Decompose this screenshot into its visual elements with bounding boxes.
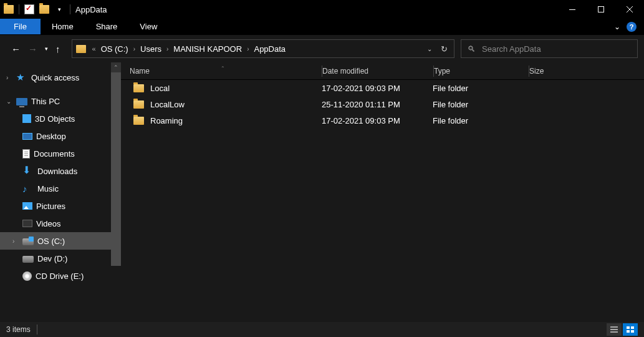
file-date: 25-11-2020 01:11 PM bbox=[322, 100, 433, 109]
column-label: Name bbox=[130, 67, 150, 76]
file-row[interactable]: LocalLow 25-11-2020 01:11 PM File folder bbox=[121, 96, 644, 112]
chevron-right-icon[interactable]: › bbox=[244, 46, 251, 52]
folder-icon bbox=[133, 84, 144, 92]
divider bbox=[37, 325, 37, 335]
chevron-right-icon[interactable]: › bbox=[164, 46, 171, 52]
sort-asc-icon: ⌃ bbox=[221, 66, 225, 71]
file-type: File folder bbox=[433, 100, 527, 109]
thumbnails-view-button[interactable] bbox=[623, 323, 638, 336]
sidebar-item-dev-drive[interactable]: Dev (D:) bbox=[0, 250, 121, 267]
ribbon: File Home Share View ⌄ ? bbox=[0, 19, 644, 35]
item-count: 3 items bbox=[6, 325, 31, 334]
expand-icon[interactable]: › bbox=[6, 74, 12, 81]
file-row[interactable]: Local 17-02-2021 09:03 PM File folder bbox=[121, 80, 644, 96]
breadcrumb-segment[interactable]: OS (C:) bbox=[99, 44, 131, 54]
close-button[interactable] bbox=[615, 0, 644, 19]
expand-icon[interactable]: › bbox=[12, 238, 19, 245]
home-tab[interactable]: Home bbox=[41, 19, 85, 34]
column-header-date[interactable]: Date modified bbox=[322, 67, 433, 76]
sidebar-item-os-drive[interactable]: › OS (C:) bbox=[0, 232, 121, 250]
folder-icon bbox=[133, 100, 144, 109]
chevron-right-icon[interactable]: › bbox=[131, 46, 138, 52]
breadcrumb-segment[interactable]: MANISH KAPOOR bbox=[171, 44, 244, 54]
svg-rect-8 bbox=[631, 326, 634, 329]
file-date: 17-02-2021 09:03 PM bbox=[322, 116, 433, 125]
sidebar-item-3d-objects[interactable]: 3D Objects bbox=[0, 110, 121, 127]
view-tab[interactable]: View bbox=[128, 19, 168, 34]
sidebar-item-documents[interactable]: Documents bbox=[0, 145, 121, 162]
file-name: LocalLow bbox=[150, 100, 185, 109]
up-button[interactable]: ↑ bbox=[55, 44, 60, 54]
tree-label: Desktop bbox=[36, 132, 66, 141]
document-icon bbox=[22, 149, 30, 159]
column-headers: Name ⌃ Date modified Type Size bbox=[121, 62, 644, 80]
svg-rect-7 bbox=[627, 326, 630, 329]
desktop-icon bbox=[22, 133, 32, 140]
breadcrumb-segment[interactable]: Users bbox=[138, 44, 164, 54]
drive-icon bbox=[22, 238, 34, 245]
tree-label: Downloads bbox=[37, 167, 77, 176]
pictures-icon bbox=[22, 202, 32, 210]
tree-label: CD Drive (E:) bbox=[36, 271, 84, 281]
status-bar: 3 items bbox=[0, 322, 644, 337]
address-dropdown-icon[interactable]: ⌄ bbox=[427, 46, 432, 52]
navigation-bar: ← → ▾ ↑ « OS (C:) › Users › MANISH KAPOO… bbox=[0, 35, 644, 62]
tree-label: Pictures bbox=[36, 202, 65, 211]
file-type: File folder bbox=[433, 84, 527, 93]
svg-rect-10 bbox=[631, 330, 634, 333]
download-icon: ⬇ bbox=[22, 166, 34, 176]
share-tab[interactable]: Share bbox=[85, 19, 129, 34]
sidebar-item-this-pc[interactable]: ⌄ This PC bbox=[0, 92, 121, 110]
title-bar: ▾ AppData bbox=[0, 0, 644, 19]
file-name: Roaming bbox=[150, 116, 183, 125]
file-row[interactable]: Roaming 17-02-2021 09:03 PM File folder bbox=[121, 112, 644, 129]
collapse-icon[interactable]: ⌄ bbox=[6, 98, 12, 105]
file-tab[interactable]: File bbox=[0, 19, 41, 34]
divider bbox=[19, 4, 19, 14]
search-input[interactable] bbox=[482, 44, 631, 54]
tree-label: Videos bbox=[36, 219, 61, 228]
breadcrumb-segment[interactable]: AppData bbox=[251, 44, 288, 54]
folder-icon bbox=[76, 45, 86, 53]
sidebar-item-downloads[interactable]: ⬇ Downloads bbox=[0, 162, 121, 180]
minimize-button[interactable] bbox=[558, 0, 587, 19]
sidebar-item-pictures[interactable]: Pictures bbox=[0, 197, 121, 215]
cd-icon bbox=[22, 271, 32, 281]
sidebar-item-quick-access[interactable]: › ★ Quick access bbox=[0, 69, 121, 86]
sidebar-item-music[interactable]: ♪ Music bbox=[0, 180, 121, 197]
tree-label: This PC bbox=[31, 97, 60, 106]
column-header-type[interactable]: Type bbox=[434, 67, 529, 76]
pc-icon bbox=[16, 98, 27, 105]
address-bar[interactable]: « OS (C:) › Users › MANISH KAPOOR › AppD… bbox=[72, 39, 455, 58]
file-name: Local bbox=[150, 84, 170, 93]
search-icon: 🔍︎ bbox=[468, 44, 476, 54]
tree-label: Documents bbox=[34, 149, 75, 159]
maximize-button[interactable] bbox=[587, 0, 615, 19]
history-chevron-icon[interactable]: « bbox=[90, 45, 99, 52]
svg-rect-5 bbox=[610, 329, 618, 330]
tree-label: OS (C:) bbox=[37, 237, 65, 246]
properties-icon[interactable] bbox=[24, 4, 34, 14]
svg-rect-0 bbox=[569, 9, 575, 10]
search-box[interactable]: 🔍︎ bbox=[461, 39, 638, 58]
help-icon[interactable]: ? bbox=[627, 22, 637, 32]
qat-dropdown-icon[interactable]: ▾ bbox=[54, 6, 65, 12]
forward-button[interactable]: → bbox=[28, 44, 37, 54]
column-header-size[interactable]: Size bbox=[529, 67, 644, 76]
ribbon-expand-icon[interactable]: ⌄ bbox=[614, 22, 620, 31]
recent-locations-icon[interactable]: ▾ bbox=[45, 46, 48, 52]
cube-icon bbox=[22, 114, 31, 123]
tree-label: 3D Objects bbox=[35, 114, 75, 124]
video-icon bbox=[22, 220, 32, 227]
sidebar-item-cd-drive[interactable]: CD Drive (E:) bbox=[0, 267, 121, 285]
refresh-icon[interactable]: ↻ bbox=[441, 44, 448, 54]
sidebar-item-desktop[interactable]: Desktop bbox=[0, 127, 121, 145]
window-title: AppData bbox=[70, 5, 107, 14]
svg-rect-4 bbox=[610, 326, 618, 328]
folder-icon bbox=[4, 5, 14, 14]
sidebar-item-videos[interactable]: Videos bbox=[0, 215, 121, 232]
details-view-button[interactable] bbox=[607, 323, 622, 336]
svg-rect-9 bbox=[627, 330, 630, 333]
column-header-name[interactable]: Name ⌃ bbox=[121, 67, 322, 76]
back-button[interactable]: ← bbox=[11, 44, 21, 54]
